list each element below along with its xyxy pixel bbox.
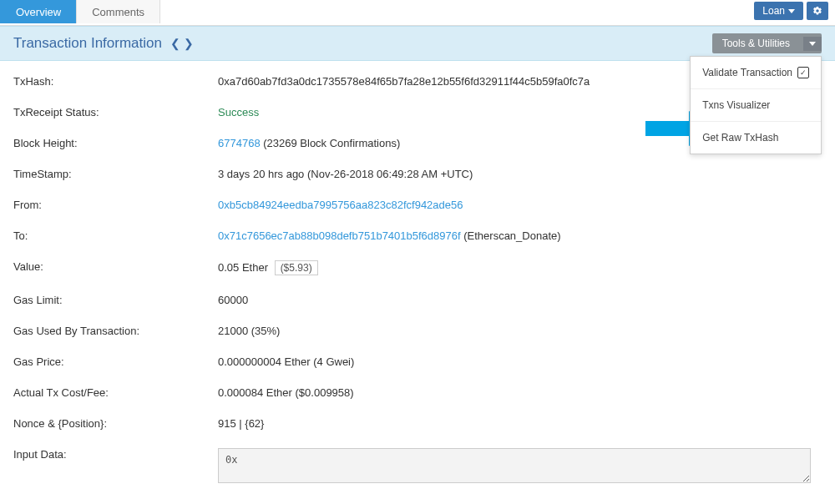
tab-overview[interactable]: Overview	[0, 0, 77, 23]
label-gas-used: Gas Used By Transaction:	[13, 325, 218, 337]
prev-tx-button[interactable]: ❮	[170, 37, 180, 50]
tools-dropdown-menu: Validate Transaction ✓ Txns Visualizer G…	[690, 56, 822, 154]
tab-comments[interactable]: Comments	[77, 0, 160, 23]
menu-item-label: Validate Transaction	[702, 67, 792, 78]
label-nonce: Nonce & {Position}:	[13, 417, 218, 430]
to-address-link[interactable]: 0x71c7656ec7ab88b098defb751b7401b5f6d897…	[218, 229, 461, 242]
menu-item-label: Get Raw TxHash	[702, 132, 778, 144]
label-to: To:	[13, 229, 218, 242]
value-gas-price: 0.000000004 Ether (4 Gwei)	[218, 355, 822, 368]
tools-label: Tools & Utilities	[722, 38, 790, 49]
loan-dropdown-button[interactable]: Loan	[754, 2, 803, 20]
label-value: Value:	[13, 260, 218, 273]
menu-validate-transaction[interactable]: Validate Transaction ✓	[691, 57, 821, 89]
next-tx-button[interactable]: ❯	[184, 37, 194, 50]
chevron-down-icon	[809, 42, 816, 46]
label-tx-cost: Actual Tx Cost/Fee:	[13, 386, 218, 399]
block-height-link[interactable]: 6774768	[218, 137, 261, 149]
label-from: From:	[13, 199, 218, 211]
to-address-label: (Etherscan_Donate)	[461, 229, 561, 242]
menu-get-raw-txhash[interactable]: Get Raw TxHash	[691, 122, 821, 154]
menu-txns-visualizer[interactable]: Txns Visualizer	[691, 89, 821, 122]
page-title: Transaction Information	[13, 35, 162, 52]
label-txhash: TxHash:	[13, 75, 218, 88]
label-receipt-status: TxReceipt Status:	[13, 106, 218, 118]
tools-utilities-button[interactable]: Tools & Utilities	[712, 33, 822, 53]
value-gas-limit: 60000	[218, 294, 822, 306]
menu-item-label: Txns Visualizer	[702, 99, 770, 111]
block-confirmations: (23269 Block Confirmations)	[261, 137, 401, 149]
label-gas-price: Gas Price:	[13, 355, 218, 368]
section-header: Transaction Information ❮ ❯ Tools & Util…	[0, 26, 835, 61]
label-gas-limit: Gas Limit:	[13, 294, 218, 306]
value-timestamp: 3 days 20 hrs ago (Nov-26-2018 06:49:28 …	[218, 168, 822, 180]
label-timestamp: TimeStamp:	[13, 168, 218, 180]
chevron-down-icon	[788, 9, 795, 13]
check-icon: ✓	[797, 67, 809, 78]
label-block-height: Block Height:	[13, 137, 218, 149]
value-nonce: 915 | {62}	[218, 417, 822, 430]
from-address-link[interactable]: 0xb5cb84924eedba7995756aa823c82fcf942ade…	[218, 199, 463, 211]
value-ether: 0.05 Ether	[218, 261, 268, 274]
label-input-data: Input Data:	[13, 448, 218, 461]
loan-label: Loan	[762, 5, 785, 17]
settings-button[interactable]	[807, 2, 828, 20]
tab-strip: Overview Comments	[0, 0, 160, 23]
input-data-textarea[interactable]	[218, 448, 811, 483]
value-gas-used: 21000 (35%)	[218, 325, 822, 337]
gear-icon	[812, 6, 822, 16]
value-tx-cost: 0.000084 Ether ($0.009958)	[218, 386, 822, 399]
value-usd: ($5.93)	[275, 260, 318, 275]
top-bar: Overview Comments Loan	[0, 0, 835, 26]
tools-caret	[803, 37, 822, 51]
